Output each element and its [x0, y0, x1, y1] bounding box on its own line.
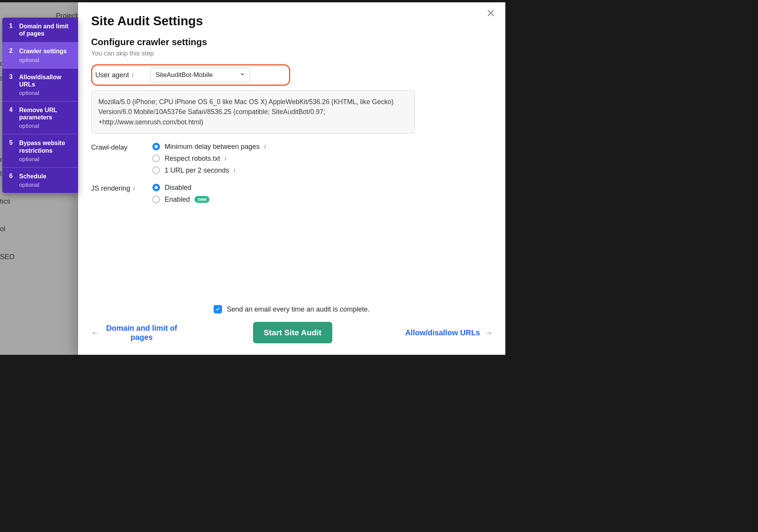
info-icon[interactable]: i — [234, 167, 235, 174]
step-6[interactable]: 6Scheduleoptional — [2, 168, 78, 193]
user-agent-selected-value: SiteAuditBot-Mobile — [155, 71, 212, 79]
js-rendering-label-text: JS rendering — [91, 184, 130, 193]
radio-label: Disabled — [165, 184, 191, 192]
start-site-audit-button[interactable]: Start Site Audit — [253, 322, 332, 343]
step-2[interactable]: 2Crawler settingsoptional — [2, 42, 78, 68]
close-icon — [486, 8, 495, 18]
crawl-delay-row: Crawl-delay Minimum delay between pagesi… — [91, 143, 492, 175]
user-agent-label-text: User agent — [95, 71, 129, 79]
step-label: Allow/disallow URLs — [19, 73, 73, 88]
modal-content: Site Audit Settings Configure crawler se… — [78, 2, 505, 301]
crawl-delay-options: Minimum delay between pagesiRespect robo… — [152, 143, 266, 175]
crawl-delay-label: Crawl-delay — [91, 143, 152, 152]
crawl-delay-option[interactable]: 1 URL per 2 secondsi — [152, 166, 266, 175]
crawl-delay-option[interactable]: Minimum delay between pagesi — [152, 143, 266, 151]
radio-icon — [152, 166, 160, 174]
step-label: Remove URL parameters — [19, 106, 73, 121]
settings-steps-sidebar: 1Domain and limit of pages2Crawler setti… — [2, 18, 78, 193]
section-title: Configure crawler settings — [91, 37, 492, 47]
prev-step-label: Domain and limit of pages — [103, 323, 180, 342]
js-rendering-options: DisabledEnablednew — [152, 184, 209, 204]
step-label: Crawler settings — [19, 47, 73, 55]
email-checkbox-label: Send an email every time an audit is com… — [227, 305, 369, 313]
step-5[interactable]: 5Bypass website restrictionsoptional — [2, 134, 78, 167]
crawl-delay-label-text: Crawl-delay — [91, 144, 127, 152]
step-label: Schedule — [19, 173, 73, 180]
radio-icon — [152, 196, 160, 203]
arrow-right-icon: → — [485, 328, 492, 337]
user-agent-highlight: User agent i SiteAuditBot-Mobile — [91, 64, 290, 86]
arrow-left-icon: ← — [91, 328, 99, 337]
js-rendering-label: JS rendering i — [91, 184, 152, 193]
step-optional-hint: optional — [19, 181, 73, 188]
info-icon[interactable]: i — [133, 185, 135, 192]
radio-label: Minimum delay between pages — [165, 143, 260, 151]
user-agent-label: User agent i — [95, 71, 134, 79]
prev-step-link[interactable]: ← Domain and limit of pages — [91, 323, 180, 342]
site-audit-settings-modal: Site Audit Settings Configure crawler se… — [78, 2, 505, 355]
new-badge: new — [194, 196, 209, 203]
step-label: Domain and limit of pages — [19, 23, 73, 37]
step-optional-hint: optional — [19, 122, 73, 129]
modal-title: Site Audit Settings — [91, 14, 492, 28]
step-number: 4 — [9, 106, 19, 129]
next-step-link[interactable]: Allow/disallow URLs → — [405, 328, 492, 337]
step-number: 2 — [9, 47, 19, 63]
step-4[interactable]: 4Remove URL parametersoptional — [2, 101, 78, 134]
step-number: 5 — [9, 139, 19, 162]
crawl-delay-option[interactable]: Respect robots.txti — [152, 155, 266, 163]
radio-icon — [152, 155, 160, 162]
info-icon[interactable]: i — [264, 144, 266, 150]
radio-icon — [152, 143, 160, 150]
step-number: 6 — [9, 173, 19, 188]
user-agent-select[interactable]: SiteAuditBot-Mobile — [150, 68, 250, 82]
check-icon — [215, 307, 221, 312]
info-icon[interactable]: i — [225, 155, 226, 162]
js-rendering-option[interactable]: Disabled — [152, 184, 209, 192]
radio-icon — [152, 184, 160, 191]
js-rendering-row: JS rendering i DisabledEnablednew — [91, 184, 492, 204]
radio-label: 1 URL per 2 seconds — [165, 166, 229, 175]
step-optional-hint: optional — [19, 57, 73, 63]
step-number: 1 — [9, 23, 19, 37]
chevron-down-icon — [240, 71, 245, 79]
js-rendering-option[interactable]: Enablednew — [152, 196, 209, 204]
step-number: 3 — [9, 73, 19, 96]
modal-footer: Send an email every time an audit is com… — [78, 301, 505, 355]
step-3[interactable]: 3Allow/disallow URLsoptional — [2, 69, 78, 101]
close-button[interactable] — [486, 8, 497, 19]
info-icon[interactable]: i — [132, 72, 134, 78]
email-checkbox[interactable] — [214, 305, 222, 313]
email-notification-row[interactable]: Send an email every time an audit is com… — [91, 305, 492, 313]
radio-label: Respect robots.txt — [165, 155, 220, 163]
radio-label: Enabled — [165, 196, 190, 204]
step-1[interactable]: 1Domain and limit of pages — [2, 18, 78, 42]
next-step-label: Allow/disallow URLs — [405, 328, 480, 337]
section-subtitle: You can skip this step — [91, 50, 492, 57]
step-optional-hint: optional — [19, 90, 73, 96]
footer-navigation: ← Domain and limit of pages Start Site A… — [91, 322, 492, 343]
step-label: Bypass website restrictions — [19, 139, 73, 154]
user-agent-string-display: Mozilla/5.0 (iPhone; CPU iPhone OS 6_0 l… — [91, 90, 415, 134]
step-optional-hint: optional — [19, 156, 73, 162]
